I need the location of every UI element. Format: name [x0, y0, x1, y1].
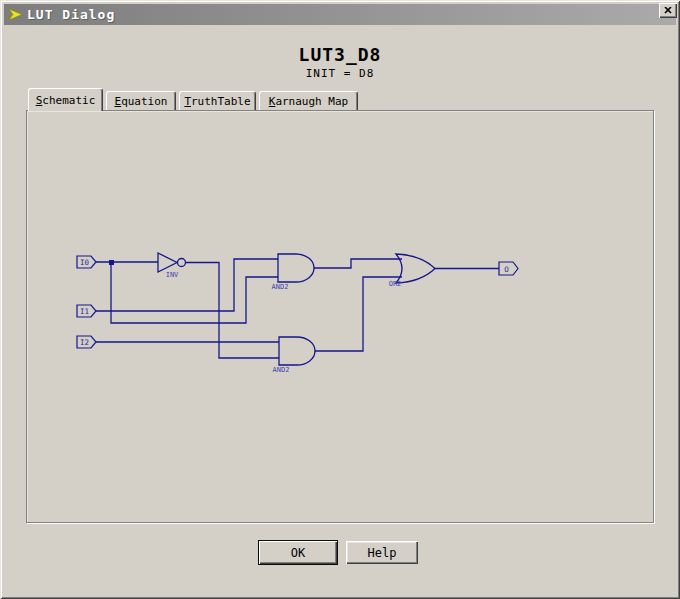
tab-equation[interactable]: Equation: [106, 91, 176, 110]
junction-dot: [109, 260, 114, 265]
tabstrip: Schematic Equation TruthTable Karnaugh M…: [26, 88, 654, 111]
ok-button[interactable]: OK: [258, 540, 338, 565]
wire-and-bottom-to-or: [315, 277, 402, 351]
wire-i1-to-and-top: [96, 259, 278, 311]
titlebar: LUT Dialog: [4, 4, 676, 25]
inv-gate: [158, 253, 186, 272]
wires: [96, 259, 499, 358]
init-value: INIT = D8: [0, 67, 680, 80]
close-icon: [664, 7, 672, 14]
schematic-canvas: INV AND2 AND2 OR2 I0 I1 I2 O: [27, 111, 653, 522]
schematic-panel: INV AND2 AND2 OR2 I0 I1 I2 O: [26, 110, 654, 523]
tab-karnaugh-map[interactable]: Karnaugh Map: [259, 91, 358, 110]
pins: [77, 256, 518, 348]
and2-top-gate: [278, 254, 314, 282]
app-icon: [7, 7, 24, 22]
close-button[interactable]: [659, 3, 677, 18]
window-title: LUT Dialog: [27, 7, 115, 22]
pin-label-i2: I2: [80, 338, 89, 347]
and2-top-label: AND2: [272, 283, 289, 291]
heading: LUT3_D8 INIT = D8: [0, 44, 680, 80]
lut-dialog-window: LUT Dialog LUT3_D8 INIT = D8 Schematic E…: [0, 0, 680, 599]
pin-label-i0: I0: [80, 258, 90, 267]
gates: [158, 253, 435, 365]
help-button[interactable]: Help: [346, 541, 418, 564]
wire-i0-branch-to-and-top: [111, 262, 278, 323]
inv-label: INV: [166, 271, 179, 279]
or2-label: OR2: [389, 280, 402, 288]
and2-bottom-label: AND2: [273, 366, 290, 374]
lut-title: LUT3_D8: [0, 44, 680, 65]
tab-schematic[interactable]: Schematic: [28, 88, 103, 111]
wire-and-top-to-or: [314, 259, 402, 268]
pin-label-o: O: [504, 265, 509, 274]
pin-label-i1: I1: [80, 307, 89, 316]
tab-truthtable[interactable]: TruthTable: [179, 91, 256, 110]
pin-labels: I0 I1 I2 O: [80, 258, 509, 347]
and2-bottom-gate: [279, 337, 315, 365]
